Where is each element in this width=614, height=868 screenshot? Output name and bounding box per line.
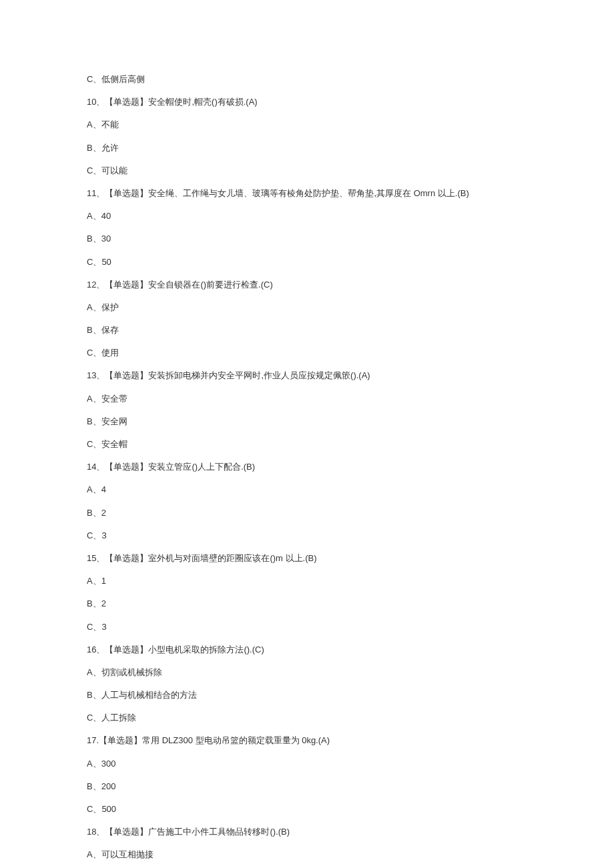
text-line: C、使用 <box>87 347 527 359</box>
text-line: B、安全网 <box>87 416 527 428</box>
text-line: C、低侧后高侧 <box>87 73 527 85</box>
text-line: 18、【单选题】广告施工中小件工具物品转移时().(B) <box>87 826 527 838</box>
text-line: C、可以能 <box>87 165 527 177</box>
text-line: A、安全带 <box>87 393 527 405</box>
text-line: A、4 <box>87 484 527 496</box>
text-line: A、可以互相抛接 <box>87 849 527 861</box>
document-page: C、低侧后高侧 10、【单选题】安全帽使时,帽壳()有破损.(A) A、不能 B… <box>0 0 614 868</box>
text-line: 12、【单选题】安全自锁器在()前要进行检查.(C) <box>87 279 527 291</box>
text-line: 13、【单选题】安装拆卸电梯并内安全平网时,作业人员应按规定佩篏().(A) <box>87 370 527 382</box>
text-line: 10、【单选题】安全帽使时,帽壳()有破损.(A) <box>87 96 527 108</box>
text-line: A、保护 <box>87 302 527 314</box>
text-line: A、40 <box>87 210 527 222</box>
text-line: C、3 <box>87 530 527 542</box>
text-line: C、500 <box>87 803 527 815</box>
text-line: B、2 <box>87 598 527 610</box>
text-line: A、不能 <box>87 119 527 131</box>
text-line: B、人工与机械相结合的方法 <box>87 689 527 701</box>
text-line: 17.【单选题】常用 DLZ300 型电动吊篮的额定载重量为 0kg.(A) <box>87 735 527 747</box>
text-line: B、保存 <box>87 324 527 336</box>
text-line: A、300 <box>87 758 527 770</box>
text-line: C、3 <box>87 621 527 633</box>
text-line: B、允许 <box>87 142 527 154</box>
text-line: 15、【单选题】室外机与对面墙壁的距圈应该在()m 以上.(B) <box>87 552 527 564</box>
text-line: B、30 <box>87 233 527 245</box>
text-line: B、200 <box>87 781 527 793</box>
text-line: 11、【单选题】安全绳、工作绳与女儿墙、玻璃等有棱角处防护垫、帮角垫,其厚度在 … <box>87 187 527 199</box>
text-line: A、切割或机械拆除 <box>87 667 527 679</box>
text-line: C、安全帽 <box>87 438 527 450</box>
text-line: C、50 <box>87 256 527 268</box>
text-line: 14、【单选题】安装立管应()人上下配合.(B) <box>87 461 527 473</box>
text-line: 16、【单选题】小型电机采取的拆除方法().(C) <box>87 644 527 656</box>
text-line: B、2 <box>87 507 527 519</box>
text-line: A、1 <box>87 575 527 587</box>
text-line: C、人工拆除 <box>87 712 527 724</box>
